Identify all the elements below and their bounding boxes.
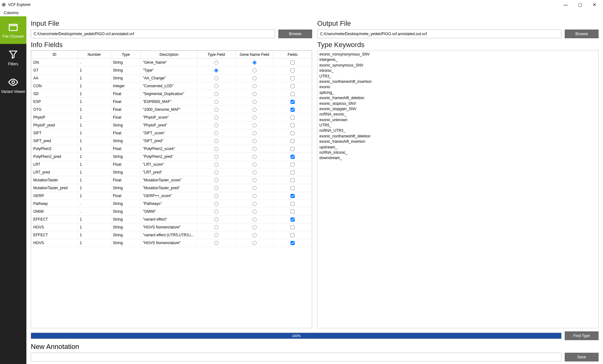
table-row[interactable]: GN.String"Gene_Name": [31, 59, 312, 67]
gene-name-field-radio[interactable]: [253, 178, 257, 182]
table-row[interactable]: OTG1Float"1000_Genome_MAF": [31, 106, 312, 114]
list-item[interactable]: exonic_frameshift_deletion: [319, 95, 596, 101]
type-field-radio[interactable]: [214, 217, 218, 222]
window-minimize-button[interactable]: —: [558, 0, 573, 9]
sidebar-item-variant-viewer[interactable]: Variant Viewer: [0, 72, 26, 99]
table-row[interactable]: HGVS1String"HGVS Nomenclature": [31, 239, 312, 247]
gene-name-field-radio[interactable]: [253, 186, 257, 190]
table-row[interactable]: PolyPhen21Float"PolyPhen2_score": [31, 145, 312, 153]
gene-name-field-radio[interactable]: [253, 61, 257, 65]
table-row[interactable]: EFFECT1String"variant effect": [31, 216, 312, 223]
fields-checkbox[interactable]: [291, 61, 295, 65]
gene-name-field-radio[interactable]: [253, 131, 257, 135]
table-row[interactable]: GT1String"Type": [31, 67, 312, 74]
gene-name-field-radio[interactable]: [253, 123, 257, 127]
gene-name-field-radio[interactable]: [253, 233, 257, 237]
gene-name-field-radio[interactable]: [253, 202, 257, 206]
fields-checkbox[interactable]: [291, 84, 295, 88]
gene-name-field-radio[interactable]: [253, 210, 257, 214]
gene-name-field-radio[interactable]: [253, 155, 257, 159]
type-field-radio[interactable]: [214, 61, 218, 65]
save-button[interactable]: Save: [565, 353, 599, 361]
fields-checkbox[interactable]: [291, 92, 295, 96]
list-item[interactable]: exonic_stoploss_SNV: [319, 101, 596, 106]
gene-name-field-radio[interactable]: [253, 225, 257, 229]
list-item[interactable]: exonic_nonsynonymous_SNV: [319, 52, 596, 57]
input-file-field[interactable]: [31, 29, 275, 38]
gene-name-field-radio[interactable]: [253, 92, 257, 96]
gene-name-field-radio[interactable]: [253, 147, 257, 151]
table-row[interactable]: SIFT_pred1String"SIFT_pred": [31, 137, 312, 145]
window-close-button[interactable]: ✕: [587, 0, 602, 9]
list-item[interactable]: exonic_synonymous_SNV: [319, 63, 596, 68]
col-type[interactable]: Type: [111, 51, 141, 59]
table-row[interactable]: OMIM.String"OMIM": [31, 208, 312, 216]
type-field-radio[interactable]: [214, 115, 218, 120]
table-row[interactable]: GERP1Float"GERP++_score": [31, 192, 312, 200]
fields-checkbox[interactable]: [291, 76, 295, 80]
gene-name-field-radio[interactable]: [253, 194, 257, 198]
type-field-radio[interactable]: [214, 210, 218, 214]
list-item[interactable]: exonic_stopgain_SNV: [319, 106, 596, 112]
output-browse-button[interactable]: Browse: [565, 29, 599, 38]
table-row[interactable]: PhyloP1Float"PhyloP_score": [31, 114, 312, 121]
fields-checkbox[interactable]: [291, 225, 295, 229]
type-field-radio[interactable]: [214, 131, 218, 135]
type-field-radio[interactable]: [214, 170, 218, 174]
output-file-field[interactable]: [317, 29, 562, 38]
table-row[interactable]: EFFECT1String"variant effect (UTR5,UTR3,…: [31, 231, 312, 239]
list-item[interactable]: intergenic_: [319, 57, 596, 62]
gene-name-field-radio[interactable]: [253, 68, 257, 72]
menu-columns[interactable]: Columns: [2, 10, 20, 16]
type-field-radio[interactable]: [214, 68, 218, 72]
type-field-radio[interactable]: [214, 155, 218, 159]
sidebar-item-filters[interactable]: Filters: [0, 44, 26, 72]
fields-checkbox[interactable]: [291, 217, 295, 222]
fields-checkbox[interactable]: [291, 155, 295, 159]
col-fields[interactable]: Fields: [274, 51, 312, 59]
type-field-radio[interactable]: [214, 186, 218, 190]
fields-checkbox[interactable]: [291, 108, 295, 112]
find-type-button[interactable]: Find Type: [565, 331, 599, 340]
fields-checkbox[interactable]: [291, 100, 295, 104]
fields-checkbox[interactable]: [291, 139, 295, 143]
table-row[interactable]: LRT_pred1String"LRT_pred": [31, 169, 312, 176]
table-row[interactable]: PhyloP_pred1String"PhyloP_pred": [31, 121, 312, 129]
new-annotation-field[interactable]: [31, 353, 562, 361]
table-row[interactable]: MutationTaster1Float"MutationTaster_scor…: [31, 176, 312, 184]
list-item[interactable]: exonic_frameshift_insertion: [319, 139, 596, 144]
gene-name-field-radio[interactable]: [253, 163, 257, 167]
gene-name-field-radio[interactable]: [253, 241, 257, 245]
type-field-radio[interactable]: [214, 202, 218, 206]
list-item[interactable]: UTR3_: [319, 74, 596, 79]
table-row[interactable]: CON1Integer"Conserved_LOD": [31, 82, 312, 90]
fields-checkbox[interactable]: [291, 178, 295, 182]
input-browse-button[interactable]: Browse: [278, 29, 312, 38]
list-item[interactable]: downstream_: [319, 155, 596, 161]
col-gene-name-field[interactable]: Gene Name Field: [235, 51, 274, 59]
type-field-radio[interactable]: [214, 194, 218, 198]
type-field-radio[interactable]: [214, 139, 218, 143]
list-item[interactable]: exonic_nonframeshift_insertion: [319, 79, 596, 84]
type-field-radio[interactable]: [214, 233, 218, 237]
type-field-radio[interactable]: [214, 163, 218, 167]
fields-checkbox[interactable]: [291, 202, 295, 206]
table-row[interactable]: PolyPhen2_pred1String"PolyPhen2_pred": [31, 153, 312, 161]
type-field-radio[interactable]: [214, 84, 218, 88]
list-item[interactable]: UTR5_: [319, 123, 596, 128]
table-row[interactable]: HGVS1String"HGVS Nomenclature": [31, 223, 312, 231]
col-type-field[interactable]: Type Field: [197, 51, 236, 59]
fields-checkbox[interactable]: [291, 123, 295, 127]
table-row[interactable]: SD1Float"Segmental_Duplication": [31, 90, 312, 98]
fields-checkbox[interactable]: [291, 194, 295, 198]
fields-checkbox[interactable]: [291, 241, 295, 245]
type-field-radio[interactable]: [214, 225, 218, 229]
type-field-radio[interactable]: [214, 123, 218, 127]
fields-checkbox[interactable]: [291, 115, 295, 120]
list-item[interactable]: splicing_: [319, 90, 596, 95]
sidebar-item-file-chooser[interactable]: File Chooser: [0, 16, 26, 44]
type-field-radio[interactable]: [214, 92, 218, 96]
col-id[interactable]: ID: [31, 51, 78, 59]
fields-checkbox[interactable]: [291, 131, 295, 135]
list-item[interactable]: upstream_: [319, 145, 596, 150]
